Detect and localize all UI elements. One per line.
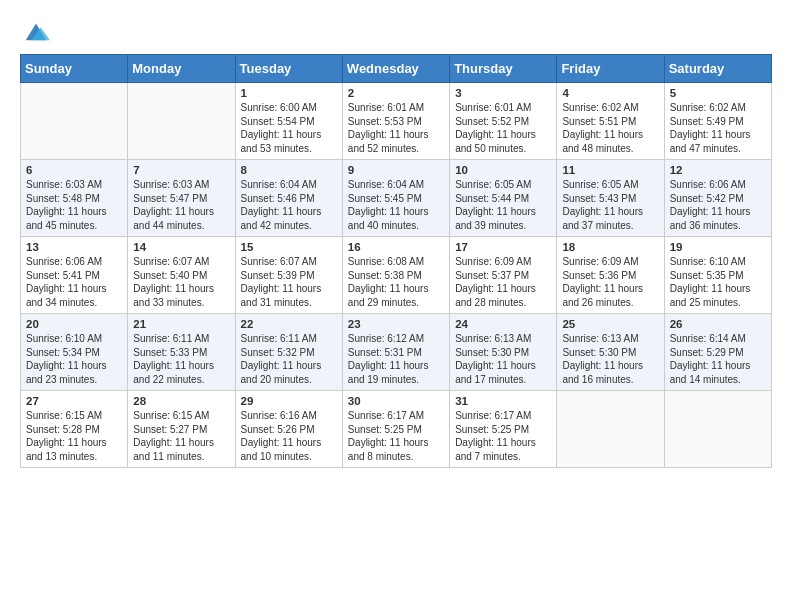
- day-info: Sunrise: 6:13 AM Sunset: 5:30 PM Dayligh…: [562, 332, 658, 386]
- day-of-week-header: Saturday: [664, 55, 771, 83]
- calendar-cell: 2Sunrise: 6:01 AM Sunset: 5:53 PM Daylig…: [342, 83, 449, 160]
- calendar-cell: 24Sunrise: 6:13 AM Sunset: 5:30 PM Dayli…: [450, 314, 557, 391]
- calendar-cell: 14Sunrise: 6:07 AM Sunset: 5:40 PM Dayli…: [128, 237, 235, 314]
- day-number: 15: [241, 241, 337, 253]
- calendar-cell: 21Sunrise: 6:11 AM Sunset: 5:33 PM Dayli…: [128, 314, 235, 391]
- day-info: Sunrise: 6:15 AM Sunset: 5:28 PM Dayligh…: [26, 409, 122, 463]
- logo: [20, 16, 50, 44]
- day-info: Sunrise: 6:12 AM Sunset: 5:31 PM Dayligh…: [348, 332, 444, 386]
- day-info: Sunrise: 6:15 AM Sunset: 5:27 PM Dayligh…: [133, 409, 229, 463]
- calendar-cell: 4Sunrise: 6:02 AM Sunset: 5:51 PM Daylig…: [557, 83, 664, 160]
- calendar-cell: 11Sunrise: 6:05 AM Sunset: 5:43 PM Dayli…: [557, 160, 664, 237]
- day-number: 30: [348, 395, 444, 407]
- calendar-cell: 3Sunrise: 6:01 AM Sunset: 5:52 PM Daylig…: [450, 83, 557, 160]
- day-number: 3: [455, 87, 551, 99]
- calendar-cell: 9Sunrise: 6:04 AM Sunset: 5:45 PM Daylig…: [342, 160, 449, 237]
- day-info: Sunrise: 6:16 AM Sunset: 5:26 PM Dayligh…: [241, 409, 337, 463]
- day-info: Sunrise: 6:02 AM Sunset: 5:51 PM Dayligh…: [562, 101, 658, 155]
- day-number: 6: [26, 164, 122, 176]
- day-number: 28: [133, 395, 229, 407]
- day-info: Sunrise: 6:04 AM Sunset: 5:46 PM Dayligh…: [241, 178, 337, 232]
- calendar-week-row: 6Sunrise: 6:03 AM Sunset: 5:48 PM Daylig…: [21, 160, 772, 237]
- calendar-cell: 12Sunrise: 6:06 AM Sunset: 5:42 PM Dayli…: [664, 160, 771, 237]
- day-number: 8: [241, 164, 337, 176]
- day-info: Sunrise: 6:10 AM Sunset: 5:35 PM Dayligh…: [670, 255, 766, 309]
- calendar-cell: 16Sunrise: 6:08 AM Sunset: 5:38 PM Dayli…: [342, 237, 449, 314]
- day-info: Sunrise: 6:09 AM Sunset: 5:37 PM Dayligh…: [455, 255, 551, 309]
- day-of-week-header: Thursday: [450, 55, 557, 83]
- day-info: Sunrise: 6:09 AM Sunset: 5:36 PM Dayligh…: [562, 255, 658, 309]
- calendar-cell: 26Sunrise: 6:14 AM Sunset: 5:29 PM Dayli…: [664, 314, 771, 391]
- day-info: Sunrise: 6:07 AM Sunset: 5:40 PM Dayligh…: [133, 255, 229, 309]
- calendar-cell: 31Sunrise: 6:17 AM Sunset: 5:25 PM Dayli…: [450, 391, 557, 468]
- calendar-cell: [21, 83, 128, 160]
- calendar-cell: 29Sunrise: 6:16 AM Sunset: 5:26 PM Dayli…: [235, 391, 342, 468]
- calendar-cell: 7Sunrise: 6:03 AM Sunset: 5:47 PM Daylig…: [128, 160, 235, 237]
- day-number: 29: [241, 395, 337, 407]
- day-info: Sunrise: 6:11 AM Sunset: 5:33 PM Dayligh…: [133, 332, 229, 386]
- day-info: Sunrise: 6:08 AM Sunset: 5:38 PM Dayligh…: [348, 255, 444, 309]
- day-number: 2: [348, 87, 444, 99]
- day-number: 23: [348, 318, 444, 330]
- calendar-header-row: SundayMondayTuesdayWednesdayThursdayFrid…: [21, 55, 772, 83]
- calendar-cell: 20Sunrise: 6:10 AM Sunset: 5:34 PM Dayli…: [21, 314, 128, 391]
- day-of-week-header: Tuesday: [235, 55, 342, 83]
- day-number: 22: [241, 318, 337, 330]
- calendar-cell: [128, 83, 235, 160]
- logo-icon: [22, 16, 50, 44]
- calendar-cell: 10Sunrise: 6:05 AM Sunset: 5:44 PM Dayli…: [450, 160, 557, 237]
- day-number: 12: [670, 164, 766, 176]
- day-number: 4: [562, 87, 658, 99]
- calendar-week-row: 20Sunrise: 6:10 AM Sunset: 5:34 PM Dayli…: [21, 314, 772, 391]
- calendar-table: SundayMondayTuesdayWednesdayThursdayFrid…: [20, 54, 772, 468]
- day-number: 7: [133, 164, 229, 176]
- calendar-cell: 19Sunrise: 6:10 AM Sunset: 5:35 PM Dayli…: [664, 237, 771, 314]
- calendar-week-row: 1Sunrise: 6:00 AM Sunset: 5:54 PM Daylig…: [21, 83, 772, 160]
- day-number: 19: [670, 241, 766, 253]
- day-number: 18: [562, 241, 658, 253]
- day-number: 17: [455, 241, 551, 253]
- day-info: Sunrise: 6:10 AM Sunset: 5:34 PM Dayligh…: [26, 332, 122, 386]
- calendar-cell: 15Sunrise: 6:07 AM Sunset: 5:39 PM Dayli…: [235, 237, 342, 314]
- day-info: Sunrise: 6:01 AM Sunset: 5:53 PM Dayligh…: [348, 101, 444, 155]
- page: SundayMondayTuesdayWednesdayThursdayFrid…: [0, 0, 792, 612]
- day-number: 25: [562, 318, 658, 330]
- day-number: 5: [670, 87, 766, 99]
- day-of-week-header: Friday: [557, 55, 664, 83]
- day-info: Sunrise: 6:06 AM Sunset: 5:41 PM Dayligh…: [26, 255, 122, 309]
- day-number: 31: [455, 395, 551, 407]
- day-info: Sunrise: 6:02 AM Sunset: 5:49 PM Dayligh…: [670, 101, 766, 155]
- calendar-cell: 25Sunrise: 6:13 AM Sunset: 5:30 PM Dayli…: [557, 314, 664, 391]
- calendar-cell: 13Sunrise: 6:06 AM Sunset: 5:41 PM Dayli…: [21, 237, 128, 314]
- day-info: Sunrise: 6:05 AM Sunset: 5:43 PM Dayligh…: [562, 178, 658, 232]
- day-info: Sunrise: 6:01 AM Sunset: 5:52 PM Dayligh…: [455, 101, 551, 155]
- calendar-cell: 27Sunrise: 6:15 AM Sunset: 5:28 PM Dayli…: [21, 391, 128, 468]
- day-number: 27: [26, 395, 122, 407]
- day-number: 20: [26, 318, 122, 330]
- day-info: Sunrise: 6:17 AM Sunset: 5:25 PM Dayligh…: [455, 409, 551, 463]
- day-number: 11: [562, 164, 658, 176]
- day-number: 21: [133, 318, 229, 330]
- day-info: Sunrise: 6:14 AM Sunset: 5:29 PM Dayligh…: [670, 332, 766, 386]
- calendar-week-row: 13Sunrise: 6:06 AM Sunset: 5:41 PM Dayli…: [21, 237, 772, 314]
- calendar-cell: 5Sunrise: 6:02 AM Sunset: 5:49 PM Daylig…: [664, 83, 771, 160]
- day-info: Sunrise: 6:13 AM Sunset: 5:30 PM Dayligh…: [455, 332, 551, 386]
- day-number: 24: [455, 318, 551, 330]
- calendar-cell: 1Sunrise: 6:00 AM Sunset: 5:54 PM Daylig…: [235, 83, 342, 160]
- day-info: Sunrise: 6:17 AM Sunset: 5:25 PM Dayligh…: [348, 409, 444, 463]
- calendar-cell: 8Sunrise: 6:04 AM Sunset: 5:46 PM Daylig…: [235, 160, 342, 237]
- day-number: 1: [241, 87, 337, 99]
- calendar-cell: 6Sunrise: 6:03 AM Sunset: 5:48 PM Daylig…: [21, 160, 128, 237]
- day-info: Sunrise: 6:03 AM Sunset: 5:48 PM Dayligh…: [26, 178, 122, 232]
- day-number: 16: [348, 241, 444, 253]
- day-info: Sunrise: 6:11 AM Sunset: 5:32 PM Dayligh…: [241, 332, 337, 386]
- day-number: 9: [348, 164, 444, 176]
- calendar-cell: [664, 391, 771, 468]
- day-info: Sunrise: 6:04 AM Sunset: 5:45 PM Dayligh…: [348, 178, 444, 232]
- day-number: 10: [455, 164, 551, 176]
- calendar-cell: 17Sunrise: 6:09 AM Sunset: 5:37 PM Dayli…: [450, 237, 557, 314]
- calendar-week-row: 27Sunrise: 6:15 AM Sunset: 5:28 PM Dayli…: [21, 391, 772, 468]
- header: [20, 16, 772, 44]
- calendar-cell: [557, 391, 664, 468]
- day-number: 14: [133, 241, 229, 253]
